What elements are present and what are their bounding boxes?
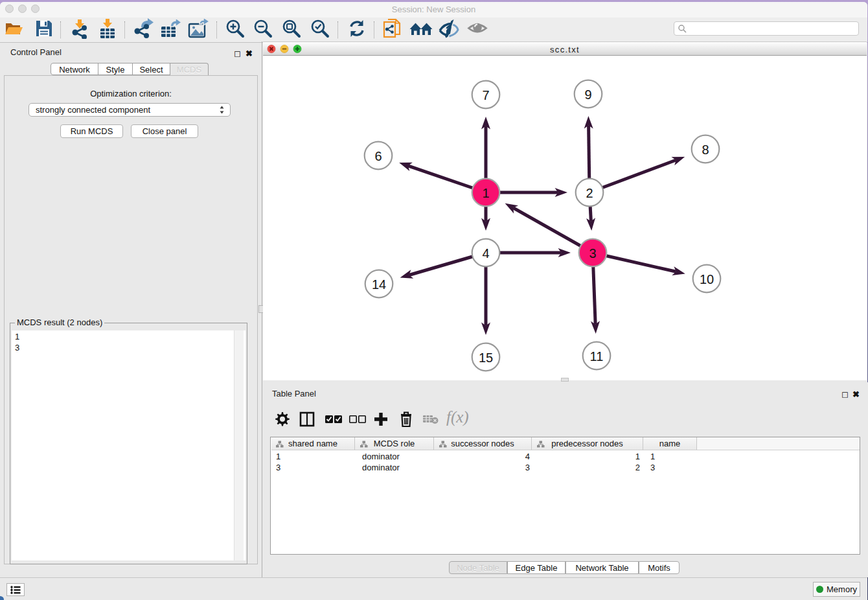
svg-text:9: 9 [584,87,591,102]
svg-text:14: 14 [372,277,386,292]
svg-text:8: 8 [702,143,709,157]
svg-text:1: 1 [482,186,489,200]
svg-text:3: 3 [589,246,596,260]
svg-text:4: 4 [482,246,489,260]
svg-text:10: 10 [700,272,714,286]
svg-text:2: 2 [586,186,593,200]
svg-text:6: 6 [374,149,382,163]
svg-text:11: 11 [590,349,604,363]
svg-text:15: 15 [479,351,493,365]
svg-text:7: 7 [482,88,489,102]
